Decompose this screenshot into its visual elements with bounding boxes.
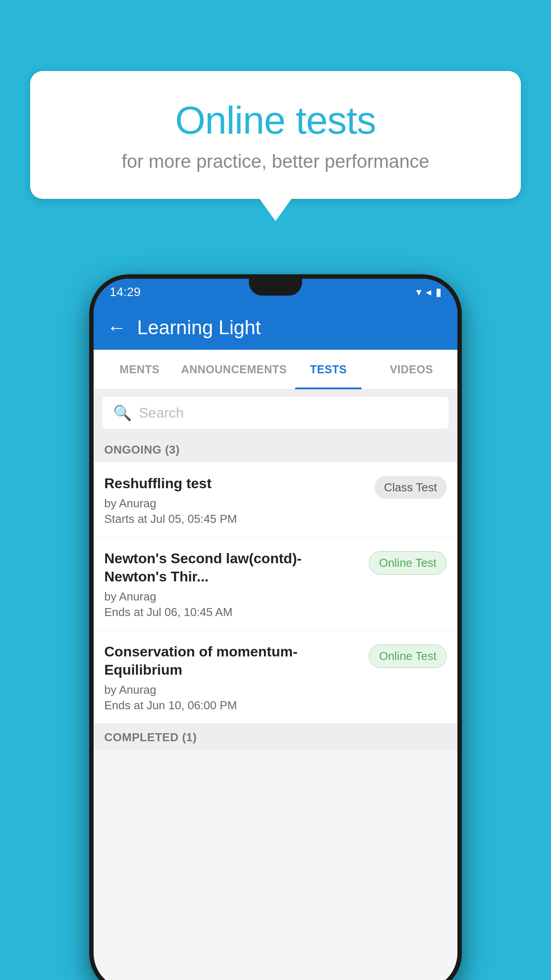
bubble-tail [260,199,291,221]
tab-videos[interactable]: VIDEOS [370,350,453,389]
back-button[interactable]: ← [107,318,126,337]
test-name-newtons: Newton's Second law(contd)-Newton's Thir… [104,549,363,586]
battery-icon: ▮ [436,286,441,298]
speech-bubble: Online tests for more practice, better p… [30,71,521,199]
badge-class-test-reshuffling: Class Test [374,476,447,499]
test-info-newtons: Newton's Second law(contd)-Newton's Thir… [104,549,363,619]
badge-online-test-newtons: Online Test [369,551,447,575]
app-header: ← Learning Light [94,305,457,350]
tabs-bar: MENTS ANNOUNCEMENTS TESTS VIDEOS [94,350,457,390]
test-author-reshuffling: by Anurag [104,497,369,510]
status-icons: ▾ ◂ ▮ [416,286,441,298]
badge-online-test-conservation: Online Test [369,644,447,668]
test-list: Reshuffling test by Anurag Starts at Jul… [94,462,457,723]
test-author-conservation: by Anurag [104,683,363,697]
search-icon: 🔍 [113,404,132,422]
test-item-reshuffling[interactable]: Reshuffling test by Anurag Starts at Jul… [94,462,457,537]
search-placeholder: Search [139,405,184,421]
tab-tests[interactable]: TESTS [287,350,370,389]
tab-ments[interactable]: MENTS [98,350,181,389]
signal-icon: ◂ [426,286,431,298]
status-time: 14:29 [110,285,141,299]
section-ongoing-header: ONGOING (3) [94,436,457,462]
app-title: Learning Light [137,316,261,339]
tab-announcements[interactable]: ANNOUNCEMENTS [181,350,287,389]
test-author-newtons: by Anurag [104,590,363,604]
wifi-icon: ▾ [416,286,421,298]
section-completed-header: COMPLETED (1) [94,723,457,750]
bubble-subtitle: for more practice, better performance [61,151,490,172]
search-box[interactable]: 🔍 Search [102,397,449,429]
search-container: 🔍 Search [94,390,457,436]
notch [249,279,302,296]
phone-screen: 14:29 ▾ ◂ ▮ ← Learning Light MENTS ANNOU… [94,279,457,980]
test-info-reshuffling: Reshuffling test by Anurag Starts at Jul… [104,474,369,526]
phone-frame: 14:29 ▾ ◂ ▮ ← Learning Light MENTS ANNOU… [89,274,462,980]
speech-bubble-section: Online tests for more practice, better p… [30,71,521,221]
test-name-reshuffling: Reshuffling test [104,474,369,493]
test-date-conservation: Ends at Jun 10, 06:00 PM [104,699,363,712]
test-date-newtons: Ends at Jul 06, 10:45 AM [104,605,363,619]
bubble-title: Online tests [61,98,490,143]
status-bar: 14:29 ▾ ◂ ▮ [94,279,457,305]
test-item-newtons[interactable]: Newton's Second law(contd)-Newton's Thir… [94,537,457,630]
test-date-reshuffling: Starts at Jul 05, 05:45 PM [104,512,369,526]
test-item-conservation[interactable]: Conservation of momentum-Equilibrium by … [94,630,457,723]
test-name-conservation: Conservation of momentum-Equilibrium [104,643,363,680]
test-info-conservation: Conservation of momentum-Equilibrium by … [104,643,363,712]
